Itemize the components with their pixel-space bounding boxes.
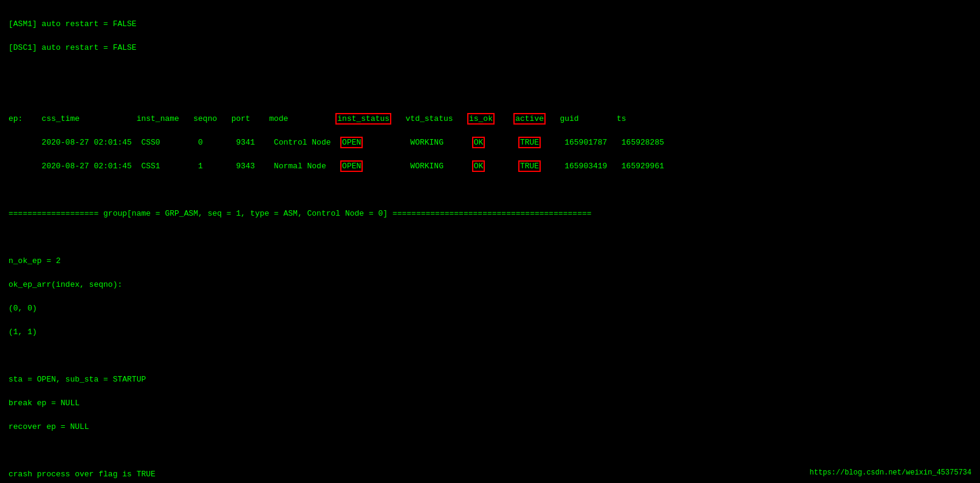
crash-flag-1: crash process over flag is TRUE — [9, 470, 156, 479]
source-url: https://blog.csdn.net/weixin_45375734 — [810, 467, 971, 478]
ep-row1-1: 2020-08-27 02:01:45 CSS0 0 9341 Control … — [9, 137, 664, 148]
n-ok-ep-1: n_ok_ep = 2 — [9, 256, 61, 265]
ok-ep-arr-label-1: ok_ep_arr(index, seqno): — [9, 280, 122, 289]
ep-header-1: ep: css_time inst_name seqno port mode i… — [9, 113, 626, 125]
group-asm-separator: =================== group[name = GRP_ASM… — [9, 209, 592, 218]
ok-ep-arr-1-1: (1, 1) — [9, 327, 37, 337]
break-ep-1: break ep = NULL — [9, 399, 80, 408]
terminal-output: [ASM1] auto restart = FALSE [DSC1] auto … — [9, 6, 971, 483]
sta-1: sta = OPEN, sub_sta = STARTUP — [9, 375, 146, 384]
ok-ep-arr-0-1: (0, 0) — [9, 304, 37, 313]
line-dsc1: [DSC1] auto restart = FALSE — [9, 43, 137, 52]
line-asm1: [ASM1] auto restart = FALSE — [9, 19, 137, 29]
ep-row1-2: 2020-08-27 02:01:45 CSS1 1 9343 Normal N… — [9, 160, 664, 172]
recover-ep-1: recover ep = NULL — [9, 422, 89, 431]
